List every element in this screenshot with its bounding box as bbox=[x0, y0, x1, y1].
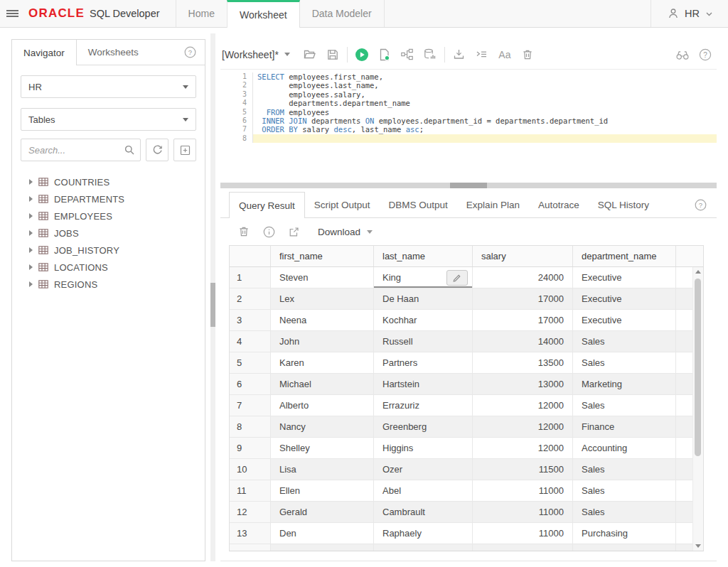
cell-last-name[interactable]: Higgins bbox=[374, 438, 473, 458]
tree-item-table[interactable]: EMPLOYEES bbox=[12, 207, 205, 225]
refresh-button[interactable] bbox=[146, 139, 168, 161]
vertical-splitter[interactable] bbox=[210, 33, 215, 561]
code-line[interactable]: 2 employees.last_name, bbox=[220, 81, 717, 90]
cell-salary[interactable]: 11000 bbox=[473, 502, 573, 522]
user-menu[interactable]: HR bbox=[651, 0, 728, 27]
table-row[interactable]: 6 Michael Hartstein 13000 Marketing bbox=[230, 374, 703, 395]
cell-last-name[interactable]: Russell bbox=[374, 331, 473, 352]
help-icon[interactable]: ? bbox=[695, 199, 707, 211]
cell-first-name[interactable]: Lex bbox=[271, 288, 374, 309]
tree-item-table[interactable]: DEPARTMENTS bbox=[12, 190, 205, 207]
table-row[interactable]: 2 Lex De Haan 17000 Executive bbox=[230, 288, 703, 310]
table-row[interactable]: 1 Steven King 24000 Executive bbox=[230, 267, 703, 288]
find-button[interactable] bbox=[671, 44, 694, 65]
cell-last-name[interactable]: Abel bbox=[374, 480, 473, 501]
sql-editor[interactable]: 1 SELECT employees.first_name, 2 employe… bbox=[220, 70, 717, 183]
cell-first-name[interactable]: Karen bbox=[271, 352, 374, 373]
worksheet-title-menu[interactable]: [Worksheet]* bbox=[222, 49, 290, 60]
vertical-splitter-handle[interactable] bbox=[210, 283, 215, 327]
cell-department-name[interactable]: Accounting bbox=[573, 438, 676, 458]
help-icon[interactable]: ? bbox=[184, 46, 196, 58]
scrollbar-thumb[interactable] bbox=[695, 279, 701, 456]
table-row[interactable]: 8 Nancy Greenberg 12000 Finance bbox=[230, 416, 703, 438]
tab-worksheets[interactable]: Worksheets bbox=[77, 40, 150, 65]
cell-last-name[interactable]: Hartstein bbox=[374, 374, 473, 394]
tree-expand-icon[interactable] bbox=[29, 281, 33, 287]
header-first-name[interactable]: first_name bbox=[271, 246, 374, 266]
table-row[interactable]: 11 Ellen Abel 11000 Sales bbox=[230, 480, 703, 502]
table-row[interactable] bbox=[230, 544, 703, 551]
horizontal-splitter[interactable] bbox=[220, 183, 717, 188]
code-line[interactable]: 8 bbox=[220, 134, 717, 143]
download-editor-button[interactable] bbox=[448, 44, 471, 65]
cell-first-name[interactable]: Neena bbox=[271, 310, 374, 330]
cell-department-name[interactable]: Executive bbox=[573, 310, 676, 330]
cell-department-name[interactable]: Executive bbox=[573, 288, 676, 309]
grid-scrollbar[interactable] bbox=[692, 267, 703, 551]
cell-first-name[interactable]: Nancy bbox=[271, 416, 374, 437]
tree-item-table[interactable]: REGIONS bbox=[12, 276, 205, 293]
tree-expand-icon[interactable] bbox=[29, 264, 33, 270]
cell-department-name[interactable]: Sales bbox=[573, 331, 676, 352]
cell-salary[interactable]: 14000 bbox=[473, 331, 573, 352]
cell-last-name[interactable]: Errazuriz bbox=[374, 395, 473, 416]
header-salary[interactable]: salary bbox=[473, 246, 573, 266]
object-type-select[interactable]: Tables bbox=[21, 108, 196, 131]
tree-item-table[interactable]: LOCATIONS bbox=[12, 259, 205, 276]
cell-first-name[interactable]: Steven bbox=[271, 267, 374, 288]
header-last-name[interactable]: last_name bbox=[374, 246, 473, 266]
cell-salary[interactable]: 12000 bbox=[473, 395, 573, 416]
tab-home[interactable]: Home bbox=[176, 0, 227, 27]
cell-first-name[interactable]: Shelley bbox=[271, 438, 374, 458]
table-row[interactable]: 10 Lisa Ozer 11500 Sales bbox=[230, 459, 703, 480]
code-line[interactable]: 1 SELECT employees.first_name, bbox=[220, 72, 717, 81]
autotrace-button[interactable] bbox=[419, 44, 441, 65]
cell-first-name[interactable]: Ellen bbox=[271, 480, 374, 501]
tab-dbms-output[interactable]: DBMS Output bbox=[380, 192, 457, 217]
run-script-button[interactable] bbox=[373, 44, 396, 65]
help-button[interactable]: ? bbox=[694, 44, 717, 65]
tree-expand-icon[interactable] bbox=[29, 179, 33, 185]
cell-first-name[interactable]: John bbox=[271, 331, 374, 352]
cell-last-name[interactable]: King bbox=[374, 267, 473, 288]
save-button[interactable] bbox=[321, 44, 344, 65]
cell-salary[interactable]: 12000 bbox=[473, 416, 573, 437]
cell-department-name[interactable] bbox=[573, 544, 676, 551]
open-in-new-button[interactable] bbox=[286, 221, 301, 242]
cell-department-name[interactable]: Sales bbox=[573, 502, 676, 522]
run-statement-button[interactable] bbox=[350, 44, 373, 65]
tree-item-table[interactable]: COUNTRIES bbox=[12, 173, 205, 190]
tree-expand-icon[interactable] bbox=[29, 196, 33, 202]
tree-expand-icon[interactable] bbox=[29, 247, 33, 253]
cell-last-name[interactable] bbox=[374, 544, 473, 551]
code-line[interactable]: 3 employees.salary, bbox=[220, 90, 717, 99]
schema-select[interactable]: HR bbox=[21, 75, 196, 98]
scroll-down-icon[interactable] bbox=[693, 544, 703, 548]
scroll-up-icon[interactable] bbox=[693, 270, 703, 274]
code-line[interactable]: 5 FROM employees bbox=[220, 108, 717, 117]
tree-expand-icon[interactable] bbox=[29, 213, 33, 219]
cell-last-name[interactable]: Kochhar bbox=[374, 310, 473, 330]
cell-last-name[interactable]: Raphaely bbox=[374, 523, 473, 544]
header-department-name[interactable]: department_name bbox=[573, 246, 676, 266]
table-row[interactable]: 12 Gerald Cambrault 11000 Sales bbox=[230, 502, 703, 523]
cell-first-name[interactable]: Gerald bbox=[271, 502, 374, 522]
cell-salary[interactable]: 11000 bbox=[473, 480, 573, 501]
cell-salary[interactable]: 13000 bbox=[473, 374, 573, 394]
tree-item-table[interactable]: JOBS bbox=[12, 225, 205, 242]
cell-salary[interactable]: 13500 bbox=[473, 352, 573, 373]
tab-autotrace[interactable]: Autotrace bbox=[529, 192, 589, 217]
tree-expand-icon[interactable] bbox=[29, 230, 33, 236]
cell-first-name[interactable]: Michael bbox=[271, 374, 374, 394]
info-button[interactable] bbox=[261, 221, 277, 242]
cell-department-name[interactable]: Purchasing bbox=[573, 523, 676, 544]
table-row[interactable]: 3 Neena Kochhar 17000 Executive bbox=[230, 310, 703, 331]
edit-cell-button[interactable] bbox=[446, 270, 468, 286]
download-menu-button[interactable]: Download bbox=[318, 227, 373, 237]
format-button[interactable] bbox=[471, 44, 493, 65]
cell-department-name[interactable]: Sales bbox=[573, 352, 676, 373]
letter-case-button[interactable]: Aa bbox=[493, 44, 516, 65]
cell-salary[interactable]: 24000 bbox=[473, 267, 573, 288]
tab-sql-history[interactable]: SQL History bbox=[589, 192, 658, 217]
tab-worksheet[interactable]: Worksheet bbox=[227, 0, 300, 28]
